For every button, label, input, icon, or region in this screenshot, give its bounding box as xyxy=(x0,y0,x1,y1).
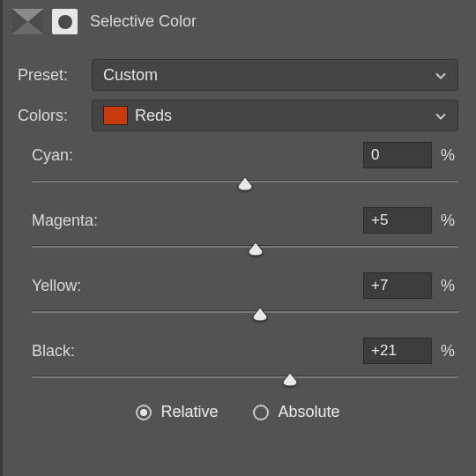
percent-unit: % xyxy=(441,146,458,165)
slider-row-yellow: Yellow: +7 % xyxy=(32,272,458,325)
color-swatch xyxy=(103,106,128,125)
colors-select[interactable]: Reds xyxy=(92,100,458,131)
selective-color-panel: Preset: Custom Colors: Reds Cyan: 0 % xyxy=(0,59,476,421)
layer-mask-icon[interactable] xyxy=(52,9,78,34)
panel-header: Selective Color xyxy=(0,0,476,43)
percent-unit: % xyxy=(441,342,458,361)
mode-radio-group: Relative Absolute xyxy=(18,403,458,421)
slider-row-black: Black: +21 % xyxy=(32,338,458,390)
absolute-radio[interactable]: Absolute xyxy=(253,403,339,421)
percent-unit: % xyxy=(441,212,458,230)
slider-label: Cyan: xyxy=(32,146,73,165)
colors-value: Reds xyxy=(135,107,172,125)
slider-track[interactable] xyxy=(32,174,458,195)
relative-radio[interactable]: Relative xyxy=(136,403,218,421)
slider-row-magenta: Magenta: +5 % xyxy=(32,207,458,260)
radio-indicator xyxy=(253,405,269,420)
slider-thumb[interactable] xyxy=(251,308,269,322)
colors-label: Colors: xyxy=(18,107,83,125)
sliders-group: Cyan: 0 % Magenta: +5 % xyxy=(18,142,458,390)
slider-label: Magenta: xyxy=(32,212,98,230)
preset-row: Preset: Custom xyxy=(18,59,458,91)
panel-left-edge xyxy=(0,0,3,476)
slider-thumb[interactable] xyxy=(236,177,254,191)
preset-label: Preset: xyxy=(18,66,83,85)
colors-row: Colors: Reds xyxy=(18,100,458,131)
slider-thumb[interactable] xyxy=(247,242,264,257)
chevron-down-icon xyxy=(435,107,447,125)
preset-select[interactable]: Custom xyxy=(92,59,458,91)
slider-label: Black: xyxy=(32,342,75,361)
panel-title: Selective Color xyxy=(90,12,197,31)
slider-track[interactable] xyxy=(32,239,458,260)
radio-indicator-selected xyxy=(136,405,152,420)
chevron-down-icon xyxy=(435,66,447,85)
slider-value-input[interactable]: +7 xyxy=(363,272,432,299)
slider-label: Yellow: xyxy=(32,277,81,295)
slider-value-input[interactable]: 0 xyxy=(363,142,432,168)
absolute-label: Absolute xyxy=(278,403,339,421)
slider-row-cyan: Cyan: 0 % xyxy=(32,142,458,195)
relative-label: Relative xyxy=(160,403,218,421)
slider-thumb[interactable] xyxy=(281,373,299,387)
slider-value-input[interactable]: +21 xyxy=(363,338,432,364)
slider-track[interactable] xyxy=(32,369,458,390)
slider-track[interactable] xyxy=(32,304,458,325)
preset-value: Custom xyxy=(103,66,158,85)
slider-value-input[interactable]: +5 xyxy=(363,207,432,234)
percent-unit: % xyxy=(441,277,458,295)
adjustment-thumbnail[interactable] xyxy=(12,9,43,34)
